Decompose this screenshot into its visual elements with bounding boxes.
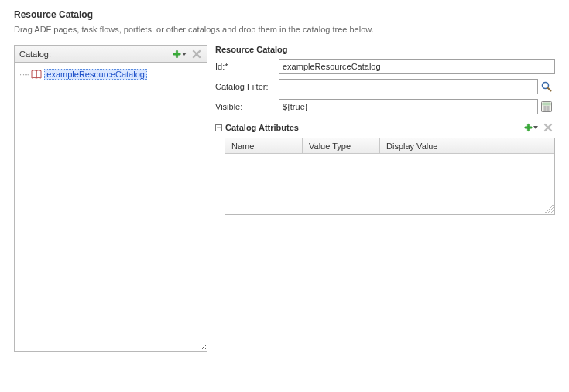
catalog-panel-label: Catalog: [19, 49, 51, 59]
svg-rect-1 [173, 53, 180, 54]
catalog-tree-panel: Catalog: ······ [14, 45, 207, 352]
details-section-title: Resource Catalog [215, 45, 555, 54]
id-row: Id:* [215, 59, 555, 74]
filter-row: Catalog Filter: [215, 79, 555, 94]
id-input[interactable] [279, 59, 555, 74]
svg-rect-15 [525, 127, 532, 128]
catalog-panel-header: Catalog: [14, 45, 207, 62]
tree-connector: ······ [19, 70, 29, 79]
delete-icon [191, 49, 202, 60]
col-header-value[interactable]: Display Value [380, 138, 554, 153]
filter-browse-button[interactable] [540, 80, 554, 94]
plus-icon [173, 49, 181, 60]
delete-attribute-button[interactable] [541, 121, 555, 135]
delete-icon [543, 122, 554, 133]
col-header-name[interactable]: Name [225, 138, 303, 153]
visible-row: Visible: [215, 99, 555, 114]
search-icon [540, 80, 553, 93]
attributes-table[interactable]: Name Value Type Display Value [225, 138, 555, 215]
book-icon [31, 70, 42, 79]
attributes-header: − Catalog Attributes [215, 121, 555, 135]
filter-label: Catalog Filter: [215, 82, 279, 91]
id-label: Id:* [215, 62, 279, 71]
delete-catalog-button[interactable] [190, 47, 204, 61]
plus-icon [524, 122, 533, 133]
resize-handle[interactable] [544, 204, 554, 213]
expression-icon [540, 101, 553, 113]
attributes-title: Catalog Attributes [225, 123, 299, 132]
filter-input[interactable] [279, 79, 538, 94]
chevron-down-icon [182, 53, 187, 56]
add-catalog-button[interactable] [173, 47, 187, 61]
svg-line-6 [548, 88, 551, 91]
visible-input[interactable] [279, 99, 538, 114]
col-header-type[interactable]: Value Type [303, 138, 380, 153]
page-subtitle: Drag ADF pages, task flows, portlets, or… [14, 25, 555, 34]
page-title: Resource Catalog [14, 9, 555, 20]
visible-label: Visible: [215, 102, 279, 111]
details-panel: Resource Catalog Id:* Catalog Filter: Vi… [215, 45, 555, 215]
tree-root-label[interactable]: exampleResourceCatalog [44, 69, 147, 80]
svg-rect-8 [543, 103, 550, 105]
attributes-table-header: Name Value Type Display Value [225, 138, 554, 154]
main-layout: Catalog: ······ [14, 45, 555, 352]
expression-builder-button[interactable] [540, 100, 554, 114]
tree-root-item[interactable]: ······ exampleResourceCatalog [19, 69, 202, 80]
add-attribute-button[interactable] [524, 121, 538, 135]
catalog-tree[interactable]: ······ exampleResourceCatalog [14, 62, 207, 352]
collapse-toggle[interactable]: − [215, 124, 222, 131]
chevron-down-icon [533, 126, 538, 129]
